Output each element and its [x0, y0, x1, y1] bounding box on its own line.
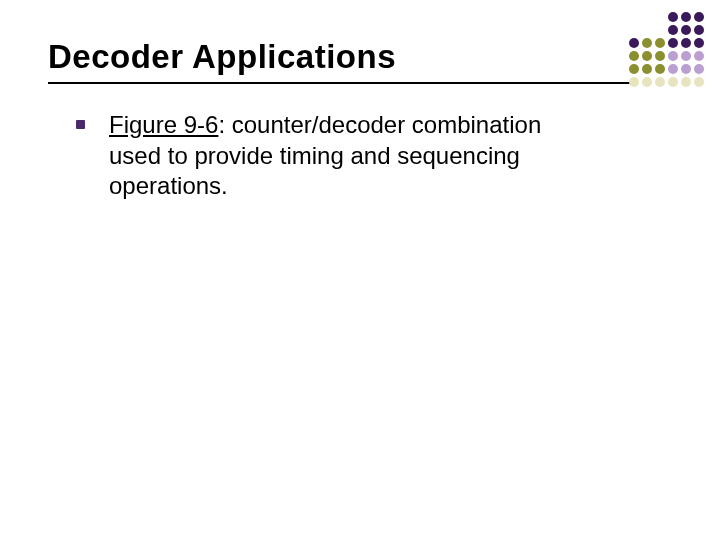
- bullet-text: Figure 9-6: counter/decoder combination …: [109, 110, 596, 202]
- figure-reference: Figure 9-6: [109, 111, 218, 138]
- content-area: Figure 9-6: counter/decoder combination …: [76, 110, 596, 202]
- decorative-dots-icon: [629, 12, 704, 87]
- bullet-icon: [76, 120, 85, 129]
- title-underline: [48, 82, 638, 84]
- page-title: Decoder Applications: [48, 38, 396, 76]
- bullet-item: Figure 9-6: counter/decoder combination …: [76, 110, 596, 202]
